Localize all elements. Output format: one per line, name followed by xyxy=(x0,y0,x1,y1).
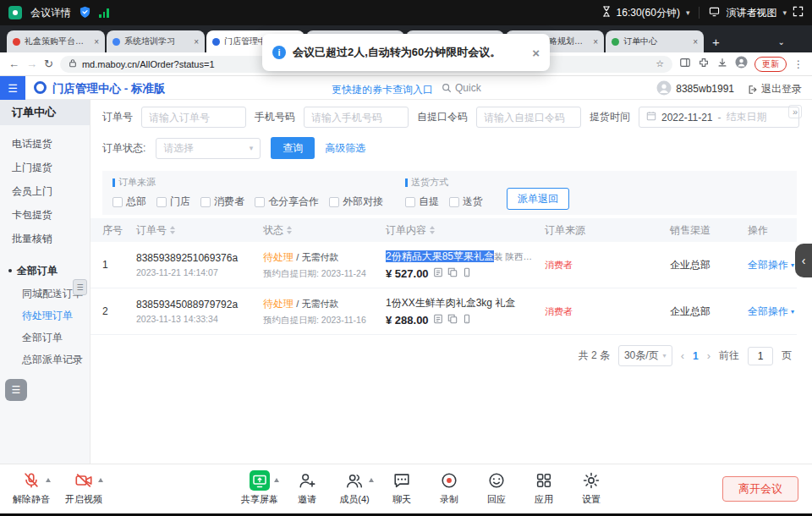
note-icon[interactable] xyxy=(433,267,443,280)
header-actions: 操作 xyxy=(748,223,797,238)
next-page-button[interactable]: › xyxy=(707,349,710,362)
row-actions-dropdown[interactable]: 全部操作▾ xyxy=(748,305,797,319)
members-icon xyxy=(345,470,364,491)
browser-menu-button[interactable]: ⋮ xyxy=(793,58,804,70)
download-button[interactable] xyxy=(716,57,728,72)
filter-checkbox-store[interactable]: 门店 xyxy=(156,195,190,209)
forward-button[interactable]: → xyxy=(26,58,37,70)
browser-tab[interactable]: 系统培训学习× xyxy=(107,30,205,52)
filter-checkbox-warehouse-coop[interactable]: 仓分享合作 xyxy=(255,195,319,209)
members-button[interactable]: 成员(4) xyxy=(335,470,374,506)
sidebar-item-hq-dispatch-records[interactable]: 总部派单记录 xyxy=(0,349,90,371)
goto-page-input[interactable] xyxy=(748,347,773,365)
site-lock-icon[interactable] xyxy=(69,58,77,69)
chevron-down-icon[interactable]: ▾ xyxy=(782,8,787,17)
app-title: 门店管理中心 - 标准版 xyxy=(52,81,166,96)
search-button[interactable]: 查询 xyxy=(271,137,315,159)
advanced-filter-link[interactable]: 高级筛选 xyxy=(325,141,365,156)
chevron-up-icon[interactable] xyxy=(369,478,374,482)
filter-checkbox-self-pickup[interactable]: 自提 xyxy=(405,195,439,209)
code-input[interactable] xyxy=(476,107,581,128)
logout-button[interactable]: 退出登录 xyxy=(748,82,802,96)
toast-close-button[interactable]: × xyxy=(532,46,540,60)
browser-profile-button[interactable] xyxy=(735,56,748,72)
header-content[interactable]: 订单内容 xyxy=(386,223,545,238)
side-panel-button[interactable] xyxy=(679,57,691,72)
filter-checkbox-external[interactable]: 外部对接 xyxy=(329,195,383,209)
tab-close-icon[interactable]: × xyxy=(194,37,199,47)
floating-list-button[interactable]: ☰ xyxy=(5,379,27,401)
sidebar-item-batch-verify[interactable]: 批量核销 xyxy=(0,227,90,250)
back-button[interactable]: ← xyxy=(8,58,19,70)
note-icon[interactable] xyxy=(433,314,443,327)
chevron-up-icon[interactable] xyxy=(46,478,51,482)
sidebar-item-member-visit[interactable]: 会员上门 xyxy=(0,179,90,203)
app-menu-button[interactable]: ☰ xyxy=(0,76,25,100)
mute-button[interactable]: 解除静音 xyxy=(12,470,51,506)
right-drawer-toggle[interactable]: ‹ xyxy=(795,244,812,277)
filter-checkbox-consumer[interactable]: 消费者 xyxy=(200,195,244,209)
tab-overflow-button[interactable]: ⌄ xyxy=(778,37,785,47)
dispatch-return-button[interactable]: 派单退回 xyxy=(507,188,569,210)
new-tab-button[interactable]: + xyxy=(712,35,720,49)
order-status-select[interactable]: 请选择 ▾ xyxy=(156,138,261,159)
chevron-up-icon[interactable] xyxy=(274,478,279,482)
tab-close-icon[interactable]: × xyxy=(693,37,698,47)
sidebar-item-door-pickup[interactable]: 上门提货 xyxy=(0,156,90,179)
page-number-button[interactable]: 1 xyxy=(693,350,699,362)
filter-checkbox-delivery[interactable]: 送货 xyxy=(449,195,483,209)
pickup-time-label: 提货时间 xyxy=(590,110,630,124)
share-screen-button[interactable]: 共享屏幕 xyxy=(240,470,279,506)
tab-close-icon[interactable]: × xyxy=(593,37,598,47)
sidebar-section-orders[interactable]: 订单中心 xyxy=(0,100,90,125)
settings-button[interactable]: 设置 xyxy=(572,470,611,506)
chevron-up-icon[interactable] xyxy=(98,478,103,482)
header-order-no[interactable]: 订单号 xyxy=(136,223,263,238)
cell-seq: 2 xyxy=(102,305,136,317)
user-avatar[interactable] xyxy=(656,80,672,99)
phone-icon[interactable] xyxy=(462,314,472,327)
quick-search[interactable]: Quick xyxy=(442,82,481,94)
meeting-shield-icon[interactable] xyxy=(80,6,91,20)
update-chrome-button[interactable]: 更新 xyxy=(754,57,787,72)
order-no-input[interactable] xyxy=(141,107,246,128)
accent-bar xyxy=(112,178,115,187)
extensions-button[interactable] xyxy=(698,57,710,72)
camera-button[interactable]: 开启视频 xyxy=(64,470,103,506)
reload-button[interactable]: ↻ xyxy=(44,58,53,70)
fullscreen-button[interactable] xyxy=(793,6,804,19)
phone-input[interactable] xyxy=(304,107,409,128)
coupon-query-link[interactable]: 更快捷的券卡查询入口 xyxy=(332,83,433,97)
meeting-details-button[interactable]: 会议详情 xyxy=(30,6,71,20)
copy-icon[interactable] xyxy=(447,314,458,327)
sidebar-handle-icon[interactable]: ☰ xyxy=(73,279,87,295)
checkbox-icon xyxy=(200,197,211,207)
chevron-down-icon[interactable]: ▾ xyxy=(686,8,690,17)
cell-seq: 1 xyxy=(102,259,136,271)
view-mode-button[interactable]: 演讲者视图 xyxy=(726,6,776,20)
sidebar-item-phone-pickup[interactable]: 电话提货 xyxy=(0,132,90,156)
meeting-duration-button[interactable]: 16:30(60分钟) xyxy=(617,6,680,20)
chat-button[interactable]: 聊天 xyxy=(382,470,421,506)
browser-tab[interactable]: 礼盒策购平台管理中心× xyxy=(7,30,105,52)
header-status[interactable]: 状态 xyxy=(263,223,386,238)
app-logo-icon xyxy=(34,81,47,94)
page-size-select[interactable]: 30条/页▾ xyxy=(618,345,672,366)
pickup-date-range[interactable]: 2022-11-21 - 结束日期 xyxy=(639,107,799,128)
bookmark-star-icon[interactable]: ☆ xyxy=(656,58,664,69)
phone-icon[interactable] xyxy=(462,267,472,280)
apps-button[interactable]: 应用 xyxy=(524,470,563,506)
leave-meeting-button[interactable]: 离开会议 xyxy=(722,476,798,502)
browser-tab[interactable]: 订单中心× xyxy=(606,30,704,52)
tab-close-icon[interactable]: × xyxy=(94,37,99,47)
sidebar-item-all-orders[interactable]: 全部订单 xyxy=(0,327,90,349)
sidebar-item-card-pickup[interactable]: 卡包提货 xyxy=(0,203,90,227)
sidebar-item-pending-orders[interactable]: 待处理订单 xyxy=(0,305,90,327)
prev-page-button[interactable]: ‹ xyxy=(681,349,684,362)
row-actions-dropdown[interactable]: 全部操作▾ xyxy=(748,258,797,272)
reaction-button[interactable]: 回应 xyxy=(477,470,516,506)
copy-icon[interactable] xyxy=(447,267,458,280)
filter-checkbox-hq[interactable]: 总部 xyxy=(112,195,146,209)
invite-button[interactable]: 邀请 xyxy=(288,470,326,506)
record-button[interactable]: 录制 xyxy=(430,470,469,506)
